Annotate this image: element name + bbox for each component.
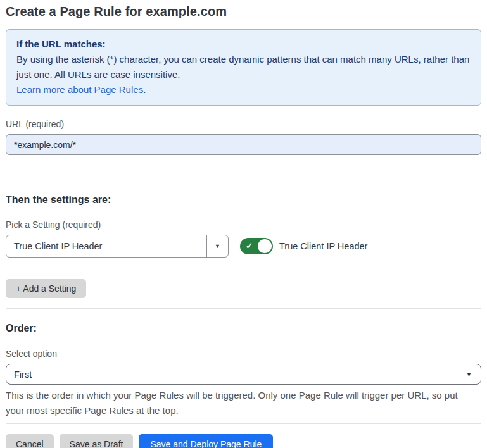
info-box-link-line: Learn more about Page Rules. <box>16 82 471 97</box>
chevron-down-icon: ▼ <box>215 243 220 249</box>
cancel-button[interactable]: Cancel <box>6 434 54 448</box>
check-icon: ✓ <box>246 241 253 251</box>
order-select[interactable]: First ▼ <box>6 364 481 385</box>
order-help-text: This is the order in which your Page Rul… <box>6 388 478 418</box>
url-match-info-box: If the URL matches: By using the asteris… <box>6 29 481 106</box>
setting-select-value: True Client IP Header <box>6 241 206 251</box>
order-select-label: Select option <box>6 349 481 359</box>
link-suffix: . <box>143 84 146 95</box>
pick-setting-label: Pick a Setting (required) <box>6 220 481 230</box>
toggle-knob <box>258 239 272 253</box>
page-rule-form: Create a Page Rule for example.com If th… <box>0 0 487 448</box>
section-divider <box>6 423 481 424</box>
setting-row: True Client IP Header ▼ ✓ True Client IP… <box>6 235 481 258</box>
add-setting-button[interactable]: + Add a Setting <box>6 279 86 298</box>
order-select-value: First <box>6 370 466 380</box>
info-box-body: By using the asterisk (*) character, you… <box>16 52 471 82</box>
section-divider <box>6 308 481 309</box>
order-section-heading: Order: <box>6 322 481 334</box>
page-title: Create a Page Rule for example.com <box>6 4 481 19</box>
settings-section-heading: Then the settings are: <box>6 194 481 206</box>
save-as-draft-button[interactable]: Save as Draft <box>60 434 134 448</box>
url-input[interactable] <box>6 134 481 155</box>
setting-select[interactable]: True Client IP Header ▼ <box>6 235 229 258</box>
save-and-deploy-button[interactable]: Save and Deploy Page Rule <box>139 434 273 448</box>
setting-select-arrow-button[interactable]: ▼ <box>206 235 228 257</box>
form-actions: Cancel Save as Draft Save and Deploy Pag… <box>6 434 481 448</box>
url-field-label: URL (required) <box>6 119 481 129</box>
chevron-down-icon: ▼ <box>466 371 481 378</box>
learn-more-link[interactable]: Learn more about Page Rules <box>16 84 143 95</box>
toggle-label: True Client IP Header <box>279 241 367 251</box>
info-box-heading: If the URL matches: <box>16 37 471 52</box>
section-divider <box>6 180 481 180</box>
setting-toggle[interactable]: ✓ <box>240 238 273 254</box>
